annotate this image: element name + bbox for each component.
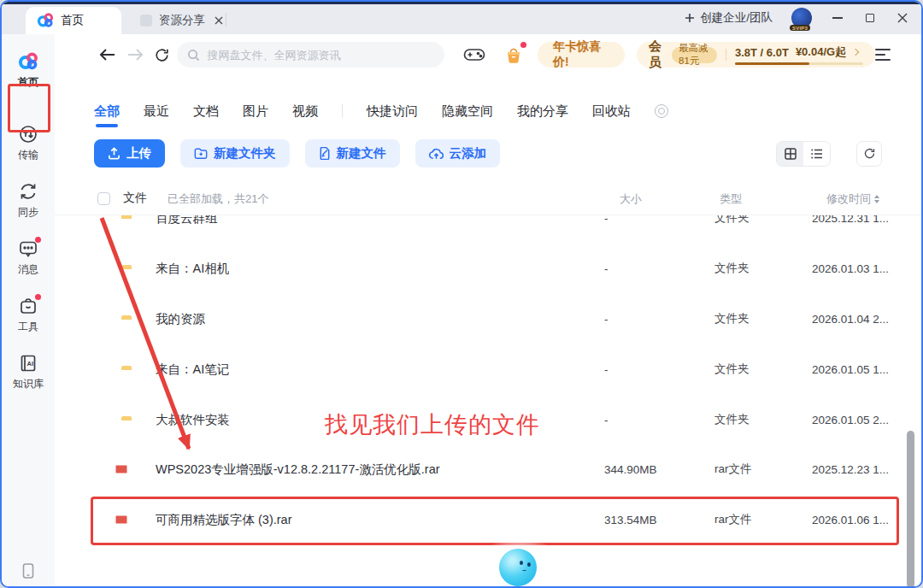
tab-quick-access[interactable]: 快捷访问 (367, 103, 418, 120)
file-time: 2025.12.23 1... (812, 463, 889, 476)
folder-plus-icon (194, 147, 208, 160)
loaded-status: 已全部加载，共21个 (168, 191, 268, 207)
sidebar-item-knowledge[interactable]: AI 知识库 (13, 353, 44, 391)
tab-home[interactable]: 首页 (26, 7, 121, 34)
assistant-mascot[interactable] (499, 549, 537, 586)
file-row[interactable]: 我的资源 - 文件夹 2026.01.04 2... (55, 294, 921, 344)
file-name: 来自：AI笔记 (156, 361, 229, 377)
file-time: 2026.01.06 1... (812, 514, 889, 526)
tab-documents[interactable]: 文档 (193, 103, 219, 120)
notification-dot (35, 237, 41, 243)
maximize-button[interactable] (863, 11, 877, 25)
tab-my-shares[interactable]: 我的分享 (517, 103, 568, 120)
minimize-button[interactable] (831, 11, 844, 25)
notification-dot (520, 42, 526, 48)
upload-icon (108, 147, 121, 160)
tab-close-icon[interactable] (212, 14, 226, 27)
sidebar-sync-label: 同步 (18, 205, 38, 220)
file-time: 2025.12.31 1... (812, 215, 889, 225)
upload-button[interactable]: 上传 (94, 139, 165, 168)
sort-icon (874, 195, 879, 203)
file-name: 我的资源 (156, 310, 205, 326)
vip-badge: SVIP3 (790, 25, 810, 31)
tab-hidden-space[interactable]: 隐藏空间 (442, 103, 493, 120)
tab-share-label: 资源分享 (159, 13, 205, 28)
create-team-button[interactable]: 创建企业/团队 (685, 10, 773, 26)
sidebar-item-messages[interactable]: 消息 (18, 238, 38, 277)
forward-icon[interactable] (126, 45, 144, 64)
scrollbar-thumb[interactable] (907, 431, 914, 588)
divider (726, 49, 726, 61)
time-column-sort[interactable]: 修改时间 (826, 191, 879, 207)
tab-doc-icon (140, 15, 152, 26)
tab-recycle-bin[interactable]: 回收站 (592, 103, 631, 120)
sidebar-item-transfer[interactable]: 传输 (18, 124, 38, 162)
grid-view-button[interactable] (777, 142, 803, 166)
upload-label: 上传 (126, 145, 151, 162)
file-name: 可商用精选版字体 (3).rar (156, 512, 292, 528)
game-controller-icon[interactable] (463, 44, 485, 66)
sidebar-item-sync[interactable]: 同步 (18, 181, 38, 220)
select-all-checkbox[interactable] (97, 192, 110, 205)
view-toggle (776, 141, 831, 167)
app-window: 首页 资源分享 创建企业/团队 SVIP3 (0, 0, 923, 588)
tab-all[interactable]: 全部 (94, 103, 120, 120)
file-time: 2026.01.04 2... (812, 312, 889, 325)
phone-icon[interactable] (21, 562, 36, 579)
file-row[interactable]: WPS2023专业增强版-v12.8.2.21177-激活优化版.rar 344… (55, 444, 921, 495)
file-name: 大叔软件安装 (156, 411, 230, 427)
file-size: - (604, 262, 608, 275)
file-name: WPS2023专业增强版-v12.8.2.21177-激活优化版.rar (156, 462, 440, 478)
gift-bag-icon[interactable] (504, 44, 524, 66)
sidebar-transfer-label: 传输 (18, 148, 38, 162)
menu-icon[interactable] (875, 49, 891, 61)
member-storage-pill[interactable]: 会员 最高减81元 3.8T / 6.0T ¥0.04/G起 (637, 42, 875, 68)
tab-recent[interactable]: 最近 (144, 103, 169, 120)
storage-text: 3.8T / 6.0T (735, 46, 789, 59)
file-row[interactable]: 百度云群组 - 文件夹 2025.12.31 1... (55, 215, 921, 244)
storage-usage: 3.8T / 6.0T ¥0.04/G起 (735, 44, 863, 65)
storage-price: ¥0.04/G起 (796, 44, 846, 60)
new-folder-button[interactable]: 新建文件夹 (180, 139, 290, 168)
browser-toolbar: 年卡惊喜价! 会员 最高减81元 3.8T / 6.0T ¥0.04/G起 (55, 34, 921, 75)
search-bar[interactable] (177, 42, 444, 68)
cloud-add-button[interactable]: 云添加 (415, 139, 501, 168)
file-size: 313.54MB (604, 514, 657, 526)
annual-card-promo[interactable]: 年卡惊喜价! (538, 42, 625, 68)
file-row[interactable]: 来自：AI笔记 - 文件夹 2026.01.05 1... (55, 344, 921, 394)
file-row[interactable]: 来自：AI相机 - 文件夹 2026.01.03 1... (55, 244, 921, 294)
sidebar-home-label: 首页 (18, 75, 38, 90)
main-content: 年卡惊喜价! 会员 最高减81元 3.8T / 6.0T ¥0.04/G起 (55, 34, 921, 588)
target-icon[interactable] (655, 104, 668, 118)
sidebar: 首页 传输 同步 (2, 34, 55, 588)
file-row[interactable]: 可商用精选版字体 (3).rar 313.54MB rar文件 2026.01.… (55, 495, 921, 545)
list-view-button[interactable] (803, 142, 830, 166)
file-list-body: 百度云群组 - 文件夹 2025.12.31 1... 来自：AI相机 - 文件… (55, 215, 921, 588)
sidebar-item-home[interactable]: 首页 (18, 51, 38, 90)
storage-progress-bar (735, 62, 863, 65)
sidebar-item-tools[interactable]: 工具 (18, 296, 38, 334)
refresh-list-button[interactable] (856, 141, 882, 167)
file-type: 文件夹 (714, 261, 750, 276)
avatar[interactable]: SVIP3 (791, 8, 812, 28)
file-size: - (604, 362, 608, 375)
refresh-icon[interactable] (154, 45, 170, 64)
svg-text:AI: AI (27, 360, 34, 368)
new-file-button[interactable]: 新建文件 (305, 139, 400, 168)
list-header: 文件 已全部加载，共21个 大小 类型 修改时间 (55, 189, 921, 215)
back-icon[interactable] (99, 45, 116, 64)
file-time: 2026.01.05 1... (812, 362, 889, 375)
file-time: 2026.01.05 2... (812, 413, 889, 426)
tab-videos[interactable]: 视频 (292, 103, 318, 120)
cloud-add-label: 云添加 (450, 145, 487, 162)
file-type: rar文件 (714, 512, 752, 527)
file-row[interactable]: 大叔软件安装 - 文件夹 2026.01.05 2... (55, 394, 921, 444)
close-button[interactable] (896, 11, 909, 25)
tab-resource-share[interactable]: 资源分享 (132, 7, 234, 34)
search-input[interactable] (207, 49, 433, 62)
actions-row: 上传 新建文件夹 (55, 139, 921, 168)
tab-images[interactable]: 图片 (243, 103, 268, 120)
new-file-label: 新建文件 (337, 145, 386, 162)
file-column-label: 文件 (123, 191, 147, 206)
sidebar-knowledge-label: 知识库 (13, 377, 44, 391)
